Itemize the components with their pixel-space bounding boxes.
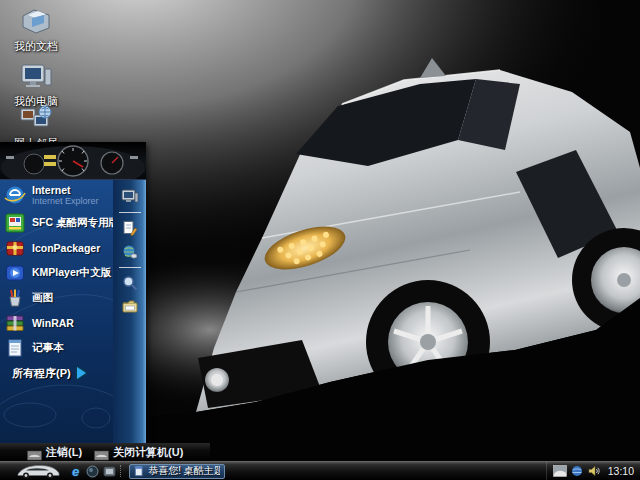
car-start-icon bbox=[14, 463, 62, 479]
start-menu: Internet Internet Explorer bbox=[0, 142, 146, 443]
taskbar-clock[interactable]: 13:10 bbox=[608, 465, 634, 477]
start-menu-side-strip bbox=[113, 180, 146, 443]
quicklaunch-media-folder-icon[interactable] bbox=[102, 464, 117, 479]
start-menu-program-list: Internet Internet Explorer bbox=[0, 180, 113, 443]
internet-explorer-icon bbox=[4, 184, 26, 206]
start-button[interactable] bbox=[12, 462, 64, 480]
desktop-icon-my-documents[interactable]: 我的文档 bbox=[4, 5, 68, 54]
taskbar: e 恭喜您! 桌酷主题... bbox=[0, 461, 640, 480]
paint-icon bbox=[4, 287, 26, 309]
all-programs-button[interactable]: 所有程序(P) bbox=[0, 360, 113, 386]
network-tray-icon[interactable] bbox=[570, 465, 584, 478]
theme-preview-icon[interactable] bbox=[553, 465, 567, 478]
shutdown-label: 关闭计算机(U) bbox=[113, 445, 183, 460]
my-computer-icon bbox=[19, 60, 53, 92]
iconpackager-icon bbox=[4, 237, 26, 259]
start-menu-banner-dashboard bbox=[0, 142, 146, 180]
volume-icon[interactable] bbox=[587, 465, 601, 478]
shutdown-car-icon bbox=[94, 447, 109, 458]
search-icon[interactable] bbox=[120, 274, 140, 292]
new-document-icon[interactable] bbox=[120, 219, 140, 237]
network-globe-icon[interactable] bbox=[120, 243, 140, 261]
run-folder-icon[interactable] bbox=[120, 298, 140, 316]
system-tray: 13:10 bbox=[546, 462, 640, 480]
logoff-label: 注销(L) bbox=[46, 445, 82, 460]
side-strip-separator bbox=[119, 212, 141, 213]
quicklaunch-show-desktop-icon[interactable] bbox=[85, 464, 100, 479]
task-button-zhuoku-theme[interactable]: 恭喜您! 桌酷主题... bbox=[129, 464, 225, 479]
menu-item-label: Internet bbox=[32, 184, 99, 196]
menu-item-label: IconPackager bbox=[32, 242, 100, 254]
sfc-zhuoku-icon bbox=[4, 212, 26, 234]
menu-item-label: 记事本 bbox=[32, 341, 64, 355]
menu-item-iconpackager[interactable]: IconPackager bbox=[0, 235, 113, 260]
all-programs-arrow-icon bbox=[77, 367, 86, 379]
menu-item-label: WinRAR bbox=[32, 317, 74, 329]
all-programs-label: 所有程序(P) bbox=[12, 366, 71, 381]
winrar-icon bbox=[4, 312, 26, 334]
menu-item-sfc-zhuoku[interactable]: SFC 桌酷网专用版 bbox=[0, 210, 113, 235]
logoff-car-icon bbox=[27, 447, 42, 458]
quicklaunch-internet-explorer-icon[interactable]: e bbox=[68, 464, 83, 479]
my-computer-icon[interactable] bbox=[120, 188, 140, 206]
quick-launch-area: e bbox=[68, 464, 117, 479]
menu-item-paint[interactable]: 画图 bbox=[0, 285, 113, 310]
menu-item-winrar[interactable]: WinRAR bbox=[0, 310, 113, 335]
desktop-icon-label: 我的文档 bbox=[14, 39, 58, 54]
desktop: 我的文档 我的电脑 网上邻居 bbox=[0, 0, 640, 480]
my-documents-icon bbox=[19, 5, 53, 37]
start-menu-footer: 注销(L) 关闭计算机(U) bbox=[0, 443, 210, 461]
menu-item-label: 画图 bbox=[32, 291, 53, 305]
side-strip-separator bbox=[119, 267, 141, 268]
logoff-button[interactable]: 注销(L) bbox=[27, 445, 82, 460]
menu-item-sublabel: Internet Explorer bbox=[32, 196, 99, 206]
kmplayer-icon bbox=[4, 262, 26, 284]
quick-launch-separator bbox=[120, 465, 124, 477]
menu-item-notepad[interactable]: 记事本 bbox=[0, 335, 113, 360]
menu-item-label: SFC 桌酷网专用版 bbox=[32, 216, 113, 230]
shutdown-button[interactable]: 关闭计算机(U) bbox=[94, 445, 183, 460]
menu-item-internet[interactable]: Internet Internet Explorer bbox=[0, 180, 113, 210]
network-places-icon bbox=[19, 102, 53, 134]
menu-item-kmplayer[interactable]: KMPlayer中文版 bbox=[0, 260, 113, 285]
task-button-label: 恭喜您! 桌酷主题... bbox=[148, 464, 220, 478]
document-icon bbox=[134, 465, 144, 477]
notepad-icon bbox=[4, 337, 26, 359]
menu-item-label: KMPlayer中文版 bbox=[32, 266, 111, 280]
